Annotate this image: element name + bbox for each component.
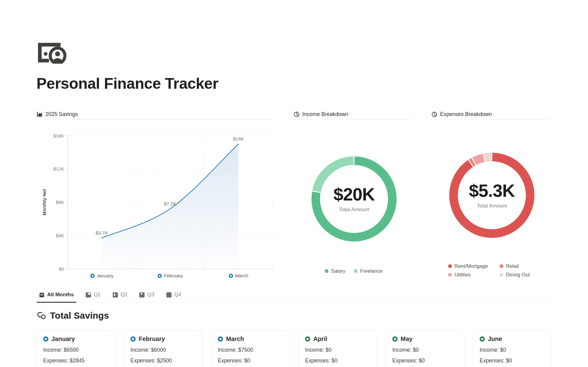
month-marker-icon [218,336,223,342]
svg-text:$4K: $4K [56,233,64,238]
savings-panel: 2025 Savings $0$4K$8K$12K$16K$3.7K$7.2K$… [37,109,277,282]
month-name: January [51,335,75,343]
legend-swatch [325,269,328,273]
legend-item-utilities[interactable]: Utilities [448,272,500,278]
legend-item-salary[interactable]: Salary [325,268,345,274]
x-axis-label-february[interactable]: February [157,273,183,279]
legend-swatch [448,264,452,268]
month-card[interactable]: February Income: $6000 Expenses: $2500 N… [124,330,202,367]
month-card[interactable]: May Income: $0 Expenses: $0 Net: $0 [386,330,464,367]
income-donut-center: $20K Total Amount [317,185,391,213]
savings-panel-header: 2025 Savings [37,109,277,120]
svg-text:$8K: $8K [56,200,64,205]
page-title: Personal Finance Tracker [36,75,218,92]
month-marker-icon [157,274,162,278]
expenses-line: Expenses: $2845 [43,358,108,364]
svg-text:$12K: $12K [53,166,64,171]
month-name: June [488,335,502,343]
month-card[interactable]: April Income: $0 Expenses: $0 Net: $0 [298,330,377,367]
expenses-legend: Rent/MortgageRetailUtilitiesDining Out [448,263,530,278]
tab-q1[interactable]: Q1 [83,292,103,303]
expenses-line: Expenses: $0 [218,358,283,364]
month-marker-icon [228,274,233,278]
legend-swatch [448,273,452,276]
expenses-total-label: Total Amount [455,203,529,209]
total-savings-heading: Total Savings [37,310,109,321]
money-icon [37,42,68,64]
expenses-donut-center: $5.3K Total Amount [455,182,529,209]
income-line: Income: $6500 [43,347,108,353]
point-label: $15K [233,136,244,141]
finance-tracker-page: Personal Finance Tracker 2025 Savings $0… [0,0,588,367]
income-line: Income: $0 [392,347,458,353]
income-legend: SalaryFreelance [294,268,414,274]
x-axis-label-january[interactable]: January [90,273,113,279]
month-card[interactable]: June Income: $0 Expenses: $0 Net: $0 [473,330,552,367]
pie-chart-icon [432,111,437,117]
legend-item-dining-out[interactable]: Dining Out [500,272,530,278]
month-marker-icon [130,336,136,342]
svg-text:$16K: $16K [53,133,64,138]
month-marker-icon [392,336,398,342]
savings-panel-title: 2025 Savings [45,111,78,118]
area-chart-icon [37,111,43,117]
tab-all-months[interactable]: All Months [37,292,76,303]
month-name: May [401,335,413,343]
donut-segment-retail [471,162,473,163]
month-card[interactable]: January Income: $6500 Expenses: $2845 Ne… [36,330,115,367]
income-total-label: Total Amount [317,207,391,213]
month-name: February [139,335,165,343]
expenses-line: Expenses: $0 [392,358,458,364]
month-name: March [226,335,244,343]
quarter-4-icon [166,292,172,298]
quarter-2-icon [113,292,118,298]
month-marker-icon [43,336,48,342]
month-marker-icon [480,336,485,342]
savings-line-chart: $0$4K$8K$12K$16K$3.7K$7.2K$15KMonthly Ne… [37,121,277,271]
expenses-line: Expenses: $0 [480,358,545,364]
income-panel-title: Income Breakdown [302,111,348,118]
month-name: April [313,335,327,343]
income-line: Income: $7500 [218,347,283,353]
pie-chart-icon [294,111,300,117]
donut-segment-dining-out [485,157,492,158]
expenses-panel-header: Expenses Breakdown [432,109,551,120]
month-card[interactable]: March Income: $7500 Expenses: $0 Net: $7… [211,330,290,367]
month-marker-icon [305,336,310,342]
income-line: Income: $6000 [130,347,196,353]
y-axis-title: Monthly Net [42,189,47,215]
legend-swatch [500,264,503,268]
legend-swatch [500,273,503,276]
month-marker-icon [90,274,94,278]
quarter-tabs: All Months Q1 Q2 Q3 Q4 [37,292,552,302]
legend-item-freelance[interactable]: Freelance [354,268,383,274]
point-label: $3.7K [96,230,108,235]
month-cards-row: January Income: $6500 Expenses: $2845 Ne… [36,330,552,367]
svg-text:$0: $0 [59,266,64,272]
tab-q3[interactable]: Q3 [137,292,157,303]
donut-segment-utilities [474,158,484,161]
expenses-total: $5.3K [455,182,529,200]
expenses-line: Expenses: $0 [305,358,370,364]
point-label: $7.2K [164,201,176,206]
expenses-line: Expenses: $2500 [130,358,196,364]
income-line: Income: $0 [480,347,545,353]
quarter-1-icon [86,292,91,298]
income-panel-header: Income Breakdown [294,109,414,120]
tab-q2[interactable]: Q2 [110,292,130,303]
quarter-3-icon [139,292,145,298]
legend-item-rent-mortgage[interactable]: Rent/Mortgage [448,263,500,269]
income-line: Income: $0 [305,347,370,353]
coins-icon [37,311,47,320]
expenses-panel-title: Expenses Breakdown [440,111,492,118]
legend-item-retail[interactable]: Retail [500,263,530,269]
income-total: $20K [317,185,391,203]
expenses-panel: Expenses Breakdown $5.3K Total Amount Re… [432,109,551,282]
tab-q4[interactable]: Q4 [164,292,184,303]
income-panel: Income Breakdown $20K Total Amount Salar… [294,109,414,282]
calendar-icon [39,292,44,298]
x-axis-label-march[interactable]: March [228,273,248,279]
legend-swatch [354,269,357,273]
